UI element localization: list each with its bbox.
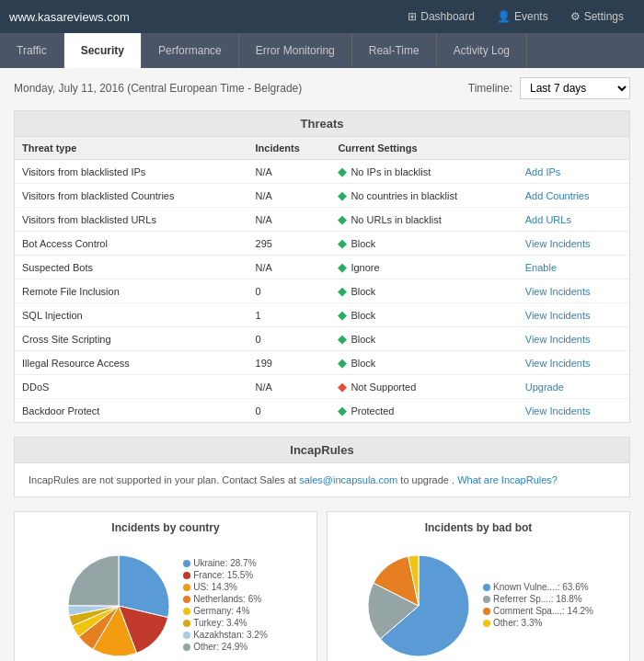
incidents-cell: 0 xyxy=(248,399,331,423)
tab-activity-log[interactable]: Activity Log xyxy=(437,33,527,68)
date-row: Monday, July 11, 2016 (Central European … xyxy=(14,77,630,99)
action-cell: Upgrade xyxy=(518,375,629,399)
setting-cell: ◆No URLs in blacklist xyxy=(330,208,517,232)
legend-label: Referrer Sp....: 18.8% xyxy=(493,594,582,604)
legend-dot xyxy=(483,596,490,603)
col-threat-type: Threat type xyxy=(15,137,248,160)
legend-item: Comment Spa....: 14.2% xyxy=(483,606,593,616)
setting-cell: ◆Not Supported xyxy=(330,375,517,399)
timeline-select[interactable]: Last 7 days Last 30 days Last 90 days xyxy=(520,77,630,99)
incidents-cell: N/A xyxy=(248,160,331,184)
charts-row: Incidents by country Ukraine: 28.7%Franc… xyxy=(14,511,630,661)
action-link[interactable]: Enable xyxy=(525,262,557,273)
setting-cell: ◆No IPs in blacklist xyxy=(330,160,517,184)
action-link[interactable]: Add IPs xyxy=(525,166,561,177)
legend-dot xyxy=(183,644,190,651)
legend-label: Turkey: 3.4% xyxy=(193,618,247,628)
legend-item: Other: 24.9% xyxy=(183,642,268,652)
setting-cell: ◆Block xyxy=(330,327,517,351)
legend-label: Other: 3.3% xyxy=(493,618,542,628)
dashboard-icon: ⊞ xyxy=(408,10,417,23)
events-link[interactable]: 👤 Events xyxy=(486,3,559,30)
shield-icon: ◆ xyxy=(338,404,347,417)
tab-real-time[interactable]: Real-Time xyxy=(352,33,437,68)
threat-type-cell: Cross Site Scripting xyxy=(15,327,248,351)
incidents-cell: N/A xyxy=(248,208,331,232)
table-row: Remote File Inclusion 0 ◆Block View Inci… xyxy=(15,279,629,303)
action-cell: Enable xyxy=(518,256,629,279)
legend-item: Netherlands: 6% xyxy=(183,594,268,604)
country-legend: Ukraine: 28.7%France: 15.5%US: 14.3%Neth… xyxy=(183,558,268,654)
incaprules-title: IncapRules xyxy=(15,438,629,463)
country-chart-container: Ukraine: 28.7%France: 15.5%US: 14.3%Neth… xyxy=(24,541,307,661)
action-link[interactable]: View Incidents xyxy=(525,238,591,249)
date-text: Monday, July 11, 2016 (Central European … xyxy=(14,82,302,95)
bot-pie-svg xyxy=(363,551,474,661)
country-chart-title: Incidents by country xyxy=(24,521,307,534)
incaprules-section: IncapRules IncapRules are not supported … xyxy=(14,437,630,497)
setting-cell: ◆Block xyxy=(330,351,517,375)
legend-label: Comment Spa....: 14.2% xyxy=(493,606,593,616)
table-row: SQL Injection 1 ◆Block View Incidents xyxy=(15,303,629,327)
setting-cell: ◆Block xyxy=(330,279,517,303)
legend-dot xyxy=(183,608,190,615)
legend-label: Known Vulne....: 63.6% xyxy=(493,582,589,592)
incaprules-email[interactable]: sales@incapsula.com xyxy=(299,474,397,485)
threat-type-cell: Backdoor Protect xyxy=(15,399,248,423)
action-link[interactable]: Add Countries xyxy=(525,190,590,201)
action-link[interactable]: View Incidents xyxy=(525,310,591,321)
tab-performance[interactable]: Performance xyxy=(142,33,239,68)
legend-item: Germany: 4% xyxy=(183,606,268,616)
col-current-settings: Current Settings xyxy=(330,137,517,160)
incidents-cell: N/A xyxy=(248,375,331,399)
dashboard-link[interactable]: ⊞ Dashboard xyxy=(397,3,486,30)
action-cell: View Incidents xyxy=(518,303,629,327)
table-row: Suspected Bots N/A ◆Ignore Enable xyxy=(15,256,629,279)
col-action xyxy=(518,137,629,160)
action-link[interactable]: View Incidents xyxy=(525,405,591,416)
tab-security[interactable]: Security xyxy=(64,33,142,68)
action-cell: Add IPs xyxy=(518,160,629,184)
table-row: DDoS N/A ◆Not Supported Upgrade xyxy=(15,375,629,399)
legend-item: France: 15.5% xyxy=(183,570,268,580)
setting-cell: ◆No countries in blacklist xyxy=(330,184,517,208)
tab-error-monitoring[interactable]: Error Monitoring xyxy=(239,33,352,68)
main-nav: Traffic Security Performance Error Monit… xyxy=(0,33,644,68)
settings-link[interactable]: ⚙ Settings xyxy=(559,3,635,30)
legend-item: Referrer Sp....: 18.8% xyxy=(483,594,593,604)
legend-item: Known Vulne....: 63.6% xyxy=(483,582,593,592)
shield-icon: ◆ xyxy=(338,356,347,370)
incaprules-content: IncapRules are not supported in your pla… xyxy=(15,463,629,496)
site-title: www.kasareviews.com xyxy=(9,10,397,24)
action-link[interactable]: View Incidents xyxy=(525,286,591,297)
shield-icon: ◆ xyxy=(338,284,347,298)
tab-traffic[interactable]: Traffic xyxy=(0,33,64,68)
threat-type-cell: Remote File Inclusion xyxy=(15,279,248,303)
action-link[interactable]: Add URLs xyxy=(525,214,571,225)
legend-label: Other: 24.9% xyxy=(193,642,247,652)
table-row: Visitors from blacklisted Countries N/A … xyxy=(15,184,629,208)
action-link[interactable]: View Incidents xyxy=(525,334,591,345)
action-link[interactable]: View Incidents xyxy=(525,358,591,369)
legend-dot xyxy=(483,608,490,615)
action-cell: View Incidents xyxy=(518,399,629,423)
incaprules-link[interactable]: What are IncapRules? xyxy=(457,474,558,485)
legend-label: Netherlands: 6% xyxy=(193,594,261,604)
setting-cell: ◆Block xyxy=(330,303,517,327)
legend-label: France: 15.5% xyxy=(193,570,253,580)
incaprules-message: IncapRules are not supported in your pla… xyxy=(29,474,299,485)
action-link[interactable]: Upgrade xyxy=(525,382,564,393)
incidents-cell: 295 xyxy=(248,232,331,256)
table-row: Bot Access Control 295 ◆Block View Incid… xyxy=(15,232,629,256)
incidents-cell: 0 xyxy=(248,279,331,303)
legend-item: Other: 3.3% xyxy=(483,618,593,628)
incidents-cell: N/A xyxy=(248,184,331,208)
threat-type-cell: Illegal Resource Access xyxy=(15,351,248,375)
content-area: Monday, July 11, 2016 (Central European … xyxy=(0,68,644,661)
shield-icon: ◆ xyxy=(338,188,347,202)
incidents-cell: 0 xyxy=(248,327,331,351)
threat-type-cell: Visitors from blacklisted Countries xyxy=(15,184,248,208)
action-cell: View Incidents xyxy=(518,232,629,256)
legend-item: Kazakhstan: 3.2% xyxy=(183,630,268,640)
legend-dot xyxy=(183,584,190,591)
